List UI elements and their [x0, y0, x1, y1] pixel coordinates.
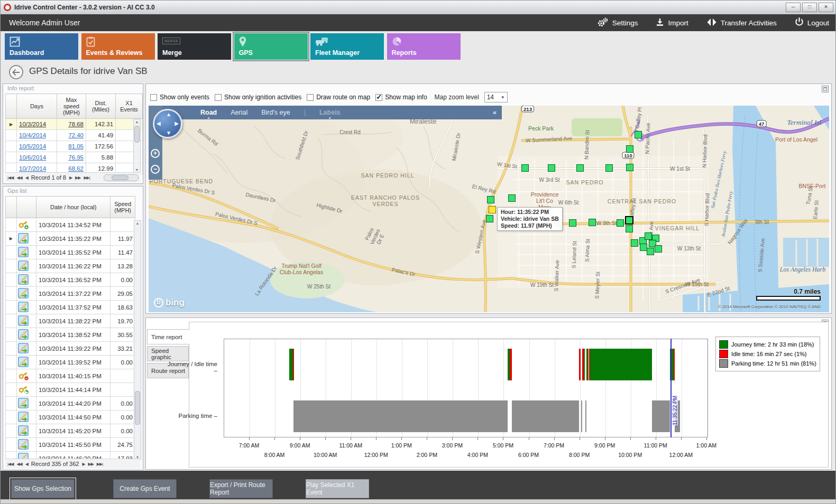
map-zoom-in-icon[interactable]: + [151, 149, 160, 158]
gps-point-marker[interactable] [631, 239, 638, 247]
map-compass[interactable]: ▲▼ ◀▶ [153, 109, 182, 138]
gps-point-marker[interactable] [548, 164, 555, 172]
gps-point-marker[interactable] [640, 244, 647, 251]
gps-list-row[interactable]: 10/3/2014 11:45:20 PM0.00 [6, 424, 135, 438]
max-speed-link[interactable]: 68.62 [68, 165, 84, 172]
info-report-table[interactable]: DaysMax speed (MPH)Dist. (Miles)X1 Event… [5, 94, 143, 174]
checkbox-box[interactable] [375, 94, 382, 101]
minimize-button[interactable]: ─ [786, 3, 801, 12]
max-speed-link[interactable]: 78.68 [68, 121, 84, 127]
gps-point-marker[interactable] [486, 215, 493, 222]
tab-events-reviews[interactable]: Events & Reviews [81, 33, 155, 60]
info-report-row[interactable]: 10/6/201476.955.88 [6, 152, 143, 163]
gps-point-marker[interactable] [487, 196, 494, 203]
button-create-gps-event[interactable]: Create Gps Event [113, 479, 177, 498]
gps-event-marker[interactable] [489, 206, 496, 213]
tab-merge[interactable]: MERGEMerge [158, 33, 231, 60]
gps-list-row[interactable]: 10/3/2014 11:38:22 PM19.70 [6, 314, 135, 328]
info-report-row[interactable]: 10/5/201481.05172.56 [6, 141, 143, 152]
gps-list-row[interactable]: 10/3/2014 11:45:50 PM24.75 [6, 438, 135, 452]
checkbox-box[interactable] [215, 94, 222, 101]
map-view-bird-s-eye[interactable]: Bird's eye [261, 109, 290, 116]
info-report-scrollbar[interactable]: ▲▼ [133, 119, 141, 173]
gps-point-marker[interactable] [626, 164, 633, 171]
gps-list-row[interactable]: 10/3/2014 11:35:52 PM11.47 [6, 246, 135, 259]
gps-list-row[interactable]: 10/3/2014 11:38:52 PM30.55 [6, 328, 135, 342]
gps-point-marker[interactable] [647, 248, 654, 255]
gps-list-row[interactable]: 10/3/2014 11:36:52 PM0.00 [6, 273, 135, 287]
checkbox-draw-route-on-map[interactable]: Draw route on map [307, 94, 370, 101]
info-report-row[interactable]: ▶10/3/201478.68142.31 [6, 119, 143, 130]
gps-point-marker[interactable] [635, 131, 642, 138]
day-link[interactable]: 10/3/2014 [19, 121, 46, 127]
tab-speed-graphic[interactable]: Speed graphic [147, 346, 189, 361]
info-report-row[interactable]: 10/4/201472.4041.49 [6, 130, 143, 141]
maximize-button[interactable]: □ [802, 3, 817, 12]
map-view-road[interactable]: Road▴ [200, 109, 217, 116]
gps-point-marker[interactable] [569, 219, 576, 227]
gps-list-row[interactable]: 10/3/2014 11:46:20 PM17.93 [6, 452, 135, 460]
day-link[interactable]: 10/5/2014 [19, 143, 46, 150]
gps-list-row[interactable]: 10/3/2014 11:39:22 PM33.21 [6, 342, 135, 356]
gps-point-marker[interactable] [605, 164, 613, 172]
checkbox-show-only-events[interactable]: Show only events [150, 94, 209, 101]
map-zoom-out-icon[interactable]: − [151, 165, 160, 174]
gps-point-marker[interactable] [576, 164, 584, 172]
gps-list-scrollbar[interactable]: ▲▼ [134, 220, 141, 460]
merge-icon: MERGE [162, 36, 180, 47]
checkbox-show-only-ignition-activities[interactable]: Show only ignition activities [215, 94, 301, 101]
gps-point-marker[interactable] [589, 219, 596, 226]
max-speed-link[interactable]: 76.95 [68, 154, 84, 161]
gps-list-row[interactable]: −10/3/2014 11:40:15 PM [6, 369, 135, 383]
gps-list-row[interactable]: 10/3/2014 11:37:22 PM29.05 [6, 287, 135, 301]
gps-list-row[interactable]: +10/3/2014 11:34:52 PM [6, 218, 135, 232]
gps-point-marker[interactable] [655, 245, 662, 253]
gps-list-row[interactable]: 10/3/2014 11:39:52 PM0.00 [6, 356, 135, 369]
action-settings[interactable]: Settings [597, 17, 638, 29]
close-button[interactable]: ✕ [819, 3, 833, 12]
info-report-hscroll[interactable] [104, 174, 139, 181]
gps-point-marker[interactable] [626, 145, 633, 153]
tab-gps[interactable]: GPS [234, 33, 308, 60]
max-speed-link[interactable]: 81.05 [68, 143, 84, 150]
map-zoom-level-dropdown[interactable]: 14▼ [484, 92, 508, 102]
button-export-print-route-report[interactable]: Export / Print Route Report [209, 479, 273, 498]
map-view-labels[interactable]: Labels▴ [319, 109, 341, 116]
map-view-aerial[interactable]: Aerial [231, 109, 247, 116]
day-link[interactable]: 10/6/2014 [19, 154, 46, 161]
tab-time-report[interactable]: Time report [147, 329, 190, 344]
gps-point-marker[interactable] [617, 219, 624, 227]
checkbox-box[interactable] [307, 94, 314, 101]
checkbox-box[interactable] [150, 94, 157, 101]
action-import[interactable]: Import [656, 18, 688, 28]
gps-point-marker[interactable] [645, 232, 652, 240]
day-link[interactable]: 10/7/2014 [19, 165, 46, 172]
day-link[interactable]: 10/4/2014 [19, 132, 46, 138]
gps-point-marker[interactable] [626, 225, 633, 232]
gps-point-marker[interactable] [508, 194, 516, 202]
gps-list-row[interactable]: 10/3/2014 11:44:50 PM0.00 [6, 410, 135, 424]
button-show-gps-selection[interactable]: Show Gps Selection [11, 479, 75, 498]
tab-reports[interactable]: Reports [387, 33, 461, 60]
info-report-pager[interactable]: |◀◀◀◀◀ Record 1 of 8 ▶▶▶▶▶| [5, 172, 141, 182]
gps-list-row[interactable]: 10/3/2014 11:44:20 PM0.00 [6, 397, 135, 410]
tab-fleet-manager[interactable]: Fleet Manager [310, 33, 384, 60]
checkbox-show-map-info[interactable]: Show map info [375, 94, 427, 101]
tab-dashboard[interactable]: Dashboard [5, 33, 78, 60]
gps-list-table[interactable]: Date / hour (local)Speed (MPH)+10/3/2014… [5, 196, 135, 459]
gps-point-marker[interactable] [625, 216, 633, 225]
gps-list-row[interactable]: 10/3/2014 11:36:22 PM13.28 [6, 259, 135, 273]
map-viewport[interactable]: MiralesteCrest RdBurma RdSouthfield DrMi… [149, 106, 829, 312]
max-speed-link[interactable]: 72.40 [68, 132, 84, 138]
action-logout[interactable]: Logout [795, 17, 829, 28]
gps-list-row[interactable]: 10/3/2014 11:37:52 PM18.63 [6, 301, 135, 314]
back-button[interactable] [9, 65, 23, 79]
action-transfer-activities[interactable]: Transfer Activities [706, 18, 777, 28]
gps-list-row[interactable]: ▶10/3/2014 11:35:22 PM11.97 [6, 232, 135, 246]
gps-list-row[interactable]: ▶10/3/2014 11:44:14 PM [6, 383, 135, 397]
map-toolbar-collapse-button[interactable]: « [493, 109, 497, 116]
gps-point-marker[interactable] [521, 164, 529, 172]
map-panel-maximize-icon[interactable] [822, 86, 829, 92]
gps-list-pager[interactable]: |◀◀◀◀◀ Record 335 of 362 ▶▶▶▶▶| [5, 459, 141, 469]
info-report-panel: Info report DaysMax speed (MPH)Dist. (Mi… [3, 83, 143, 184]
